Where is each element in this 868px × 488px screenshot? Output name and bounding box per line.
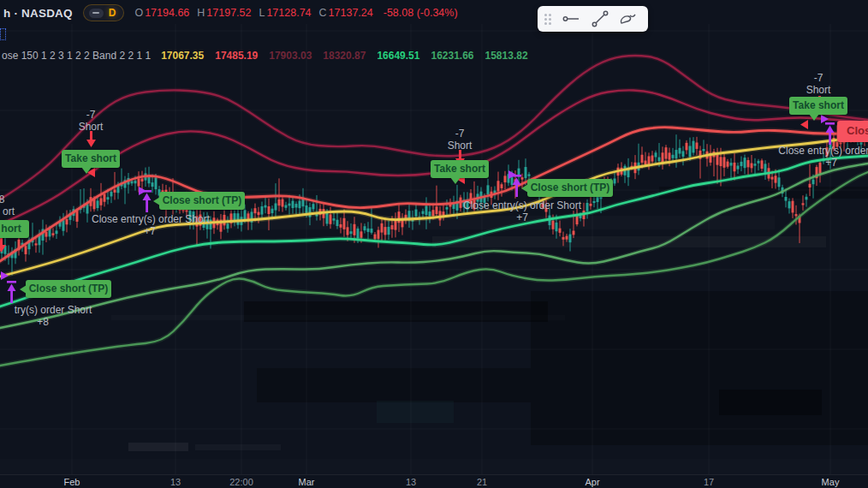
- indicator-title: ose 150 1 2 3 1 2 2 Band 2 2 1 1: [2, 50, 151, 62]
- indicator-value: 17903.03: [269, 50, 312, 62]
- change-value: -58.08 (-0.34%): [383, 7, 458, 19]
- time-axis-label: 21: [477, 477, 487, 487]
- ohlc-h: H17197.52: [197, 7, 251, 19]
- time-axis-label: May: [822, 477, 840, 487]
- trend-line-icon[interactable]: [587, 8, 613, 30]
- label-pointer: [450, 177, 461, 184]
- time-axis-label: 22:00: [229, 477, 253, 487]
- drawing-toolbar: [538, 6, 648, 32]
- selection-handle[interactable]: [0, 28, 6, 40]
- interval-badge[interactable]: D: [83, 4, 125, 21]
- indicator-value: 15813.82: [485, 50, 528, 62]
- time-axis-label: 13: [170, 477, 181, 487]
- time-axis-label: Mar: [299, 477, 315, 487]
- time-axis-label: 17: [704, 477, 714, 487]
- close-order-label[interactable]: Close: [837, 121, 868, 142]
- tradingview-chart-window: 8orttry(s) order Short+8-7ShortClose ent…: [0, 0, 868, 488]
- trade-label[interactable]: hort: [0, 220, 29, 238]
- ohlc-c: C17137.24: [319, 7, 373, 19]
- trade-label[interactable]: Take short: [62, 150, 120, 168]
- time-axis[interactable]: Feb1322:00Mar1321Apr17May: [0, 474, 868, 488]
- interval-label: D: [109, 7, 116, 19]
- label-pointer: [809, 114, 819, 121]
- ohlc-o: O17194.66: [134, 7, 189, 19]
- horizontal-ray-icon[interactable]: [558, 8, 584, 30]
- ohlc-values: O17194.66H17197.52L17128.74C17137.24: [134, 7, 372, 19]
- drag-handle-icon[interactable]: [544, 14, 551, 25]
- label-pointer: [521, 184, 528, 193]
- label-pointer: [81, 167, 92, 174]
- label-pointer: [20, 285, 27, 294]
- trade-label[interactable]: Close short (TP): [159, 192, 245, 210]
- trade-label[interactable]: Take short: [431, 160, 489, 178]
- symbol-title: h · NASDAQ: [3, 7, 73, 20]
- indicator-row[interactable]: ose 150 1 2 3 1 2 2 Band 2 2 1 1 17067.3…: [2, 50, 528, 62]
- time-axis-label: Feb: [64, 477, 80, 487]
- time-axis-label: Apr: [585, 477, 599, 487]
- ohlc-l: L17128.74: [259, 7, 311, 19]
- trade-label[interactable]: Close short (TP): [527, 179, 613, 197]
- chart-canvas[interactable]: [0, 0, 868, 488]
- chart-header: h · NASDAQ D O17194.66H17197.52L17128.74…: [3, 3, 458, 22]
- indicator-value: 16231.66: [431, 50, 473, 62]
- indicator-value: 17485.19: [215, 50, 258, 62]
- trade-label[interactable]: Take short: [789, 97, 847, 115]
- collapse-icon: [89, 9, 104, 18]
- trade-label[interactable]: Close short (TP): [26, 280, 111, 298]
- indicator-value: 18320.87: [323, 50, 366, 62]
- brush-icon[interactable]: [615, 8, 641, 30]
- ghost-artifacts-layer: [0, 187, 868, 476]
- time-axis-label: 13: [406, 477, 416, 487]
- label-pointer: [153, 197, 160, 205]
- indicator-value: 16649.51: [377, 50, 419, 62]
- indicator-value: 17067.35: [161, 50, 204, 62]
- indicator-values: 17067.3517485.1917903.0318320.8716649.51…: [161, 50, 527, 62]
